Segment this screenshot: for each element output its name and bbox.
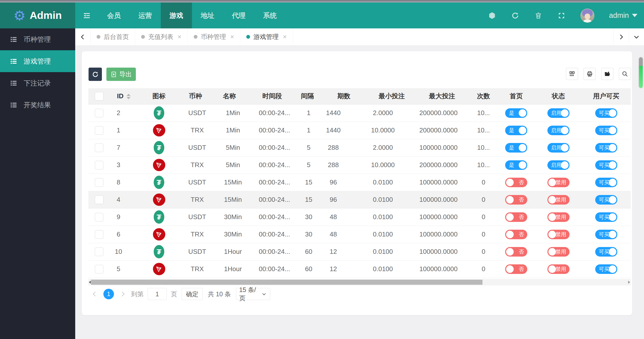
confirm-page-button[interactable]: 确定: [182, 288, 203, 300]
user-avatar[interactable]: [580, 9, 594, 23]
row-checkbox[interactable]: [95, 196, 103, 204]
row-checkbox[interactable]: [95, 265, 103, 273]
cell-status: 禁用: [535, 208, 582, 226]
sidebar-item-game-management[interactable]: 游戏管理: [0, 50, 75, 72]
toggle-user-buy[interactable]: 可买: [595, 195, 617, 205]
cell-min-bet: 0.0100: [369, 226, 414, 243]
row-checkbox[interactable]: [95, 109, 103, 117]
toggle-home[interactable]: 是: [505, 108, 527, 118]
cell-checkbox: [88, 122, 110, 139]
toggle-home[interactable]: 否: [505, 264, 527, 274]
toggle-status[interactable]: 启用: [547, 143, 570, 153]
nav-item-games[interactable]: 游戏: [161, 3, 192, 28]
sort-icon[interactable]: [127, 94, 131, 99]
print-icon[interactable]: [584, 68, 596, 80]
toggle-user-buy[interactable]: 可买: [595, 230, 617, 239]
columns-filter-icon[interactable]: [566, 68, 578, 80]
tabs-scroll-right-icon[interactable]: [613, 28, 629, 45]
per-page-select[interactable]: 15 条/页: [236, 288, 270, 300]
row-checkbox[interactable]: [95, 178, 103, 187]
horizontal-scroll-thumb[interactable]: [91, 280, 482, 285]
sidebar-item-bet-records[interactable]: 下注记录: [0, 72, 75, 94]
refresh-icon[interactable]: [511, 11, 519, 20]
trx-icon: [153, 263, 165, 275]
toggle-user-buy[interactable]: 可买: [595, 126, 617, 135]
toggle-home[interactable]: 否: [505, 247, 527, 257]
toggle-knob: [506, 248, 514, 256]
tab-close-icon[interactable]: ×: [283, 33, 287, 41]
toggle-user-buy[interactable]: 可买: [595, 178, 617, 187]
page-vertical-scrollbar[interactable]: [639, 57, 643, 88]
toggle-user-buy[interactable]: 可买: [595, 160, 617, 170]
user-menu[interactable]: admin: [609, 11, 637, 20]
select-all-checkbox[interactable]: [95, 92, 103, 101]
cell-coin: TRX: [180, 122, 211, 139]
cell-interval: 5: [296, 156, 319, 174]
row-checkbox[interactable]: [95, 126, 103, 135]
tab-game-management[interactable]: 游戏管理×: [240, 28, 293, 45]
tab-close-icon[interactable]: ×: [178, 33, 181, 41]
nav-item-members[interactable]: 会员: [102, 3, 126, 28]
scroll-left-arrow-icon[interactable]: [89, 281, 91, 284]
nav-item-agents[interactable]: 代理: [227, 3, 251, 28]
toggle-home[interactable]: 否: [505, 212, 527, 222]
toggle-status[interactable]: 禁用: [547, 178, 570, 187]
row-checkbox[interactable]: [95, 248, 103, 256]
toggle-status[interactable]: 禁用: [547, 212, 570, 222]
toggle-user-buy[interactable]: 可买: [595, 247, 617, 257]
prev-page-icon[interactable]: [91, 291, 98, 297]
nav-item-address[interactable]: 地址: [195, 3, 220, 28]
sidebar-item-coin-management[interactable]: 币种管理: [0, 28, 75, 50]
tabs-menu-chevron-down-icon[interactable]: [629, 28, 644, 45]
export-data-icon[interactable]: [601, 68, 613, 80]
table-refresh-button[interactable]: [89, 68, 102, 81]
scroll-right-arrow-icon[interactable]: [628, 281, 630, 284]
toggle-status[interactable]: 启用: [547, 108, 570, 118]
cell-min-bet: 2.0000: [369, 139, 414, 156]
tabs-scroll-left-icon[interactable]: [75, 28, 91, 45]
nav-item-system[interactable]: 系统: [258, 3, 282, 28]
toggle-user-buy[interactable]: 可买: [595, 212, 617, 222]
toggle-home[interactable]: 是: [505, 160, 527, 170]
current-page-badge[interactable]: 1: [103, 289, 114, 299]
tab-coin-management[interactable]: 币种管理×: [188, 28, 240, 45]
toggle-home[interactable]: 否: [505, 178, 527, 187]
sidebar-item-label: 游戏管理: [24, 57, 51, 66]
clear-cache-trash-icon[interactable]: [534, 11, 543, 20]
fullscreen-icon[interactable]: [557, 11, 566, 20]
toggle-status[interactable]: 禁用: [547, 247, 570, 257]
cell-home: 否: [497, 226, 535, 243]
column-header: 币种: [180, 88, 211, 104]
next-page-icon[interactable]: [119, 291, 126, 297]
toggle-status[interactable]: 禁用: [547, 230, 570, 239]
export-button[interactable]: 导出: [106, 68, 136, 81]
tab-recharge-list[interactable]: 充值列表×: [135, 28, 188, 45]
row-checkbox[interactable]: [95, 143, 103, 152]
nav-item-operations[interactable]: 运营: [133, 3, 157, 28]
toggle-status[interactable]: 启用: [547, 126, 570, 135]
toggle-home[interactable]: 是: [505, 126, 527, 135]
toggle-user-buy[interactable]: 可买: [595, 264, 617, 274]
toggle-status[interactable]: 禁用: [547, 195, 570, 205]
tab-dashboard[interactable]: 后台首页: [91, 28, 135, 45]
cell-checkbox: [88, 260, 110, 278]
search-icon[interactable]: [619, 68, 631, 80]
toggle-user-buy[interactable]: 可买: [595, 143, 617, 153]
row-checkbox[interactable]: [95, 230, 103, 239]
row-checkbox[interactable]: [95, 161, 103, 169]
theme-hexagon-icon[interactable]: [488, 11, 496, 20]
toggle-status[interactable]: 启用: [547, 160, 570, 170]
row-checkbox[interactable]: [95, 213, 103, 221]
tab-close-icon[interactable]: ×: [230, 33, 234, 41]
toggle-home[interactable]: 否: [505, 195, 527, 205]
toggle-home[interactable]: 是: [505, 143, 527, 153]
sidebar-collapse-icon[interactable]: [75, 3, 98, 28]
goto-page-input[interactable]: [148, 288, 167, 300]
column-header[interactable]: ID: [110, 88, 138, 104]
column-header: 首页: [497, 88, 535, 104]
toggle-user-buy[interactable]: 可买: [595, 108, 617, 118]
sidebar-item-lottery-results[interactable]: 开奖结果: [0, 94, 75, 116]
toggle-status[interactable]: 禁用: [547, 264, 570, 274]
toggle-home[interactable]: 否: [505, 230, 527, 239]
table-horizontal-scrollbar[interactable]: [88, 279, 631, 285]
